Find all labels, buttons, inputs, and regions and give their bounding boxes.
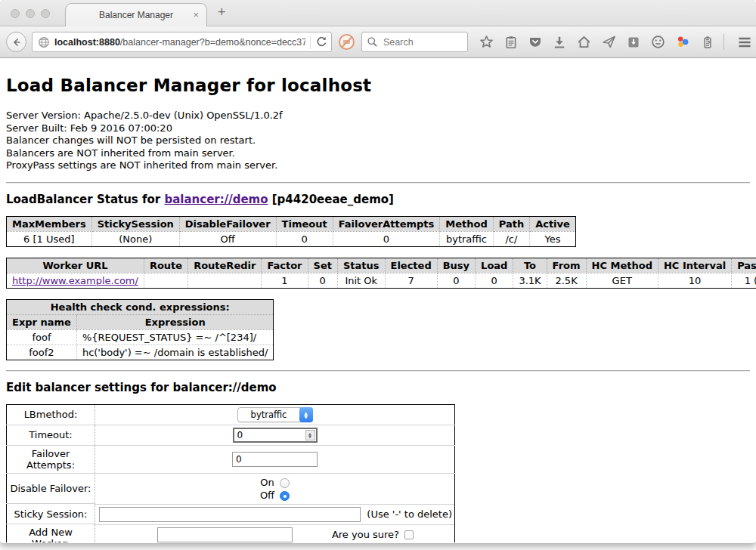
- header-cell: MaxMembers: [7, 216, 92, 231]
- close-window-button[interactable]: [11, 9, 20, 18]
- status-heading: LoadBalancer Status for balancer://demo …: [6, 193, 750, 206]
- zoom-window-button[interactable]: [41, 9, 50, 18]
- balancer-demo-link[interactable]: balancer://demo: [164, 193, 268, 206]
- form-row-add-worker: Add New Worker: Are you sure?: [7, 524, 455, 543]
- lbmethod-select[interactable]: bytraffic ▲▼: [237, 407, 313, 422]
- tab-bar: Balancer Manager × +: [0, 0, 756, 26]
- timeout-input[interactable]: 0 ▲▼: [233, 428, 318, 443]
- home-icon[interactable]: [577, 35, 591, 49]
- data-cell: 1: [262, 273, 308, 288]
- tab-close-icon[interactable]: ×: [193, 9, 199, 21]
- header-cell: Passes: [732, 258, 756, 273]
- header-cell: To: [513, 258, 547, 273]
- failover-on-radio[interactable]: [280, 478, 290, 488]
- confirm-group: Are you sure?: [332, 529, 414, 540]
- data-cell: Init Ok: [337, 273, 385, 288]
- table-header-row: Expr name Expression: [7, 314, 274, 329]
- header-cell: FailoverAttempts: [333, 216, 440, 231]
- table-row: http://www.example.com/ 1 0 Init Ok 7 0 …: [7, 273, 756, 288]
- notice-proxypass: ProxyPass settings are NOT inherited fro…: [6, 159, 750, 172]
- edit-settings-heading: Edit balancer settings for balancer://de…: [6, 381, 750, 394]
- colored-dots-icon[interactable]: [676, 35, 690, 49]
- add-worker-input[interactable]: [157, 527, 293, 542]
- worker-url-cell: http://www.example.com/: [7, 273, 144, 288]
- expr-name-cell: foof2: [7, 345, 77, 360]
- disable-failover-label: Disable Failover:: [7, 473, 95, 504]
- worker-table: Worker URL Route RouteRedir Factor Set S…: [6, 258, 756, 289]
- back-button[interactable]: [6, 32, 26, 52]
- globe-icon: [38, 36, 50, 48]
- send-icon[interactable]: [602, 35, 616, 49]
- health-check-table: Health check cond. expressions: Expr nam…: [6, 299, 274, 360]
- number-spinner-icon[interactable]: ▲▼: [305, 430, 315, 440]
- new-tab-button[interactable]: +: [218, 5, 226, 20]
- sticky-session-label: Sticky Session:: [7, 504, 95, 524]
- clipboard-icon[interactable]: [504, 36, 518, 49]
- browser-window: Balancer Manager × + localhost:8880/bala…: [0, 0, 756, 543]
- form-row-sticky-session: Sticky Session: (Use '-' to delete): [7, 504, 455, 524]
- header-cell: HC Interval: [658, 258, 731, 273]
- menu-icon[interactable]: [737, 35, 752, 50]
- data-cell: 0: [308, 273, 337, 288]
- tab-balancer-manager[interactable]: Balancer Manager ×: [65, 3, 207, 26]
- health-table-title: Health check cond. expressions:: [7, 299, 274, 314]
- failover-attempts-input[interactable]: [232, 452, 318, 467]
- radio-off-label: Off: [260, 490, 274, 501]
- reload-icon[interactable]: [315, 36, 328, 48]
- table-row: foof2 hc('body') =~ /domain is establish…: [7, 345, 274, 360]
- timeout-label: Timeout:: [7, 425, 95, 445]
- header-cell: Load: [476, 258, 513, 273]
- url-text[interactable]: localhost:8880/balancer-manager?b=demo&n…: [54, 37, 305, 48]
- data-cell: (None): [91, 231, 179, 246]
- lbmethod-label: LBmethod:: [7, 404, 95, 425]
- toolbar-icons: ▾: [479, 34, 756, 50]
- urlbar-divider: [310, 36, 311, 49]
- form-row-disable-failover: Disable Failover: On Off: [7, 473, 455, 504]
- confirm-checkbox[interactable]: [404, 530, 414, 539]
- worker-url-link[interactable]: http://www.example.com/: [12, 275, 138, 286]
- header-cell: Worker URL: [7, 258, 144, 273]
- header-cell: Path: [493, 216, 529, 231]
- header-cell: Method: [440, 216, 493, 231]
- panel-download-icon[interactable]: [627, 36, 640, 49]
- pocket-icon[interactable]: [528, 36, 542, 49]
- data-cell: 2.5K: [547, 273, 586, 288]
- minimize-window-button[interactable]: [26, 9, 35, 18]
- search-bar[interactable]: [361, 32, 468, 52]
- url-path: /balancer-manager?b=demo&nonce=decc37be-…: [120, 37, 305, 48]
- timeout-value: 0: [237, 430, 243, 440]
- downloads-icon[interactable]: [553, 36, 566, 49]
- radio-off-row: Off: [98, 489, 451, 502]
- server-built: Server Built: Feb 9 2016 07:00:20: [6, 122, 750, 135]
- header-cell: Active: [530, 216, 576, 231]
- radio-on-row: On: [98, 476, 451, 489]
- search-input[interactable]: [382, 36, 450, 48]
- header-cell: Set: [308, 258, 337, 273]
- data-cell: 6 [1 Used]: [7, 231, 92, 246]
- page-title: Load Balancer Manager for localhost: [6, 76, 750, 95]
- radio-on-label: On: [260, 477, 274, 488]
- battery-button-group[interactable]: ▾: [701, 36, 711, 49]
- expression-cell: hc('body') =~ /domain is established/: [76, 345, 274, 360]
- bookmark-star-icon[interactable]: [479, 35, 494, 49]
- form-row-failover-attempts: Failover Attempts:: [7, 445, 455, 473]
- data-cell: Yes: [530, 231, 576, 246]
- table-header-row: Worker URL Route RouteRedir Factor Set S…: [7, 258, 756, 273]
- failover-attempts-label: Failover Attempts:: [7, 445, 95, 473]
- page-content: Load Balancer Manager for localhost Serv…: [0, 58, 756, 542]
- header-cell: Status: [337, 258, 385, 273]
- table-row: foof %{REQUEST_STATUS} =~ /^[234]/: [7, 329, 274, 345]
- data-cell: 7: [385, 273, 437, 288]
- data-cell: 0: [276, 231, 333, 246]
- hello-smiley-icon[interactable]: [651, 35, 665, 49]
- add-worker-label: Add New Worker:: [7, 524, 95, 543]
- failover-off-radio[interactable]: [280, 491, 290, 501]
- plugin-blocked-icon[interactable]: [339, 34, 355, 50]
- balancer-settings-form: LBmethod: bytraffic ▲▼ Timeout: 0 ▲▼: [6, 404, 455, 543]
- tab-title: Balancer Manager: [99, 10, 173, 20]
- select-stepper-icon: ▲▼: [299, 407, 313, 422]
- url-bar[interactable]: localhost:8880/balancer-manager?b=demo&n…: [32, 32, 332, 52]
- data-cell: /c/: [493, 231, 529, 246]
- header-cell: HC Method: [586, 258, 658, 273]
- sticky-session-input[interactable]: [99, 507, 361, 522]
